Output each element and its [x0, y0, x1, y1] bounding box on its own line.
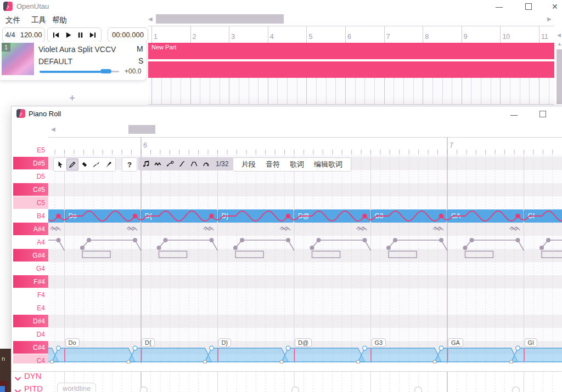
- seek-start-button[interactable]: [50, 29, 63, 41]
- timeline-scrollbar-thumb[interactable]: [156, 14, 284, 24]
- expression-grid-lines: [48, 372, 562, 392]
- note[interactable]: [48, 209, 64, 223]
- menu-note[interactable]: 音符: [261, 160, 285, 169]
- phoneme-label[interactable]: GI: [525, 338, 538, 347]
- envelope-toggle[interactable]: [188, 158, 200, 170]
- volume-slider-thumb[interactable]: [100, 69, 111, 73]
- menu-file[interactable]: 文件: [5, 15, 20, 25]
- timeline-ruler[interactable]: 1234567891011: [148, 26, 554, 44]
- tempo-time-signature[interactable]: 4/4 120.00: [2, 27, 45, 42]
- minimize-button[interactable]: —: [496, 3, 503, 10]
- grid-line: [423, 78, 423, 104]
- measure-line: [384, 26, 385, 43]
- trapezoid-icon: [190, 160, 198, 168]
- piano-key-g4[interactable]: G4: [13, 262, 48, 275]
- main-vscroll-up-icon[interactable]: ◀: [557, 33, 561, 38]
- piano-roll-scrollbar-thumb[interactable]: [128, 125, 155, 134]
- pitdots-icon: [166, 160, 174, 168]
- note[interactable]: G3: [371, 209, 447, 223]
- note[interactable]: Do: [65, 209, 141, 223]
- vibrato-toggle[interactable]: [152, 158, 164, 170]
- portamento-toggle[interactable]: [176, 158, 188, 170]
- piano-roll-minimize-button[interactable]: —: [510, 111, 518, 118]
- timeline-scroll-left-icon[interactable]: ◀: [148, 16, 153, 22]
- pointer-tool[interactable]: [54, 158, 66, 171]
- notes-toggle[interactable]: [140, 158, 152, 170]
- piano-key-ds5[interactable]: D#5: [13, 157, 48, 169]
- close-button[interactable]: ✕: [552, 3, 558, 10]
- piano-key-e5[interactable]: E5: [13, 145, 48, 156]
- piano-key-cs5[interactable]: C#5: [13, 183, 48, 196]
- singer-name[interactable]: Violet Aura Split VCCV: [38, 45, 116, 54]
- piano-key-d5[interactable]: D5: [13, 170, 48, 183]
- menu-tools[interactable]: 工具: [31, 15, 46, 25]
- phoneme-label[interactable]: G3: [372, 338, 386, 347]
- note[interactable]: D@: [294, 209, 370, 223]
- grid-line: [297, 78, 297, 104]
- measure-number: 2: [193, 33, 196, 41]
- tempo[interactable]: 120.00: [20, 31, 42, 39]
- menu-lyrics[interactable]: 歌词: [285, 160, 309, 169]
- piano-roll-maximize-button[interactable]: [539, 111, 546, 117]
- note[interactable]: GA: [447, 209, 524, 223]
- piano-key-cs4[interactable]: C#4: [13, 341, 48, 354]
- dyn-chevron-icon[interactable]: [14, 373, 21, 383]
- phoneme-label[interactable]: GA: [448, 338, 463, 347]
- solo-button[interactable]: S: [138, 56, 143, 65]
- piano-key-ds4[interactable]: D#4: [13, 315, 48, 327]
- maximize-button[interactable]: [525, 3, 532, 10]
- renderer-name[interactable]: DEFAULT: [38, 57, 72, 66]
- main-vscroll-up2-icon[interactable]: ▲: [557, 42, 562, 47]
- piano-key-gs4[interactable]: G#4: [13, 249, 48, 262]
- pitch-points-toggle[interactable]: [164, 158, 176, 170]
- menu-edit-lyrics[interactable]: 编辑歌词: [309, 160, 347, 169]
- zigzag-icon: [154, 160, 162, 168]
- phoneme-label[interactable]: D}: [218, 338, 232, 347]
- pause-button[interactable]: [75, 29, 87, 41]
- brush-tool[interactable]: [103, 158, 115, 171]
- menu-help[interactable]: 帮助: [52, 15, 67, 25]
- piano-key-f4[interactable]: F4: [13, 288, 48, 301]
- add-track-button[interactable]: +: [69, 92, 75, 104]
- piano-key-d4[interactable]: D4: [13, 328, 48, 340]
- part-block-1[interactable]: New Part: [148, 43, 554, 59]
- part-name: New Part: [148, 43, 554, 50]
- snap-division[interactable]: 1/32: [212, 160, 232, 168]
- piano-key-fs4[interactable]: F#4: [13, 275, 48, 288]
- piano-key-as4[interactable]: A#4: [13, 223, 48, 235]
- pencil-tool[interactable]: [66, 158, 78, 171]
- grid-line: [500, 78, 501, 104]
- expression-pitd[interactable]: PITD: [24, 384, 43, 392]
- track-grid[interactable]: [148, 78, 554, 105]
- pitch-pen-tool[interactable]: [91, 158, 103, 171]
- menu-part[interactable]: 片段: [237, 160, 261, 169]
- timeline-scroll-right-icon[interactable]: ▶: [547, 16, 552, 22]
- play-button[interactable]: [63, 29, 75, 41]
- track-header[interactable]: 1 Violet Aura Split VCCV DEFAULT M S +00…: [0, 42, 147, 81]
- piano-key-c5[interactable]: C5: [13, 196, 48, 209]
- help-button[interactable]: ?: [122, 157, 137, 172]
- piano-key-c4[interactable]: C4: [13, 354, 48, 363]
- phoneme-label[interactable]: D{: [142, 338, 155, 347]
- piano-keys[interactable]: E5D#5D5C#5C5B4A#4A4G#4G4F#4F4E4D#4D4C#4C…: [13, 145, 48, 363]
- vibrato-shape-toggle[interactable]: [200, 158, 212, 170]
- part-block-2[interactable]: [148, 61, 554, 78]
- phoneme-label[interactable]: D@: [295, 338, 312, 347]
- piano-roll-scroll-left-icon[interactable]: ◀: [51, 127, 55, 132]
- mute-button[interactable]: M: [137, 44, 143, 53]
- eraser-tool[interactable]: [78, 158, 91, 171]
- main-vscrollbar-thumb[interactable]: [557, 49, 562, 104]
- piano-key-b4[interactable]: B4: [13, 209, 48, 222]
- note[interactable]: GI: [524, 209, 562, 223]
- piano-key-e4[interactable]: E4: [13, 302, 48, 314]
- piano-key-a4[interactable]: A4: [13, 236, 48, 248]
- pitd-chevron-icon[interactable]: [14, 386, 21, 392]
- note[interactable]: D{: [141, 209, 217, 223]
- measure-number: 8: [425, 33, 429, 41]
- time-signature[interactable]: 4/4: [5, 31, 15, 39]
- phoneme-label[interactable]: Do: [65, 338, 80, 347]
- seek-end-button[interactable]: [87, 29, 99, 41]
- note[interactable]: D}: [218, 209, 294, 223]
- expression-area[interactable]: worldline: [48, 372, 562, 392]
- expression-dyn[interactable]: DYN: [24, 371, 42, 380]
